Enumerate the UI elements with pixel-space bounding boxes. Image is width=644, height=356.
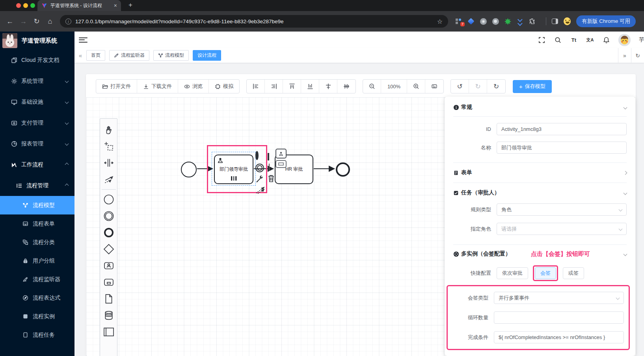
section-form-header[interactable]: 表单: [453, 168, 627, 177]
sidebar-item-process-expression[interactable]: 流程表达式: [0, 289, 74, 307]
section-task-header[interactable]: 任务（审批人）: [453, 188, 627, 197]
back-icon[interactable]: ←: [3, 17, 17, 26]
loop-count-input[interactable]: [494, 311, 624, 324]
sidebar-item-process-task[interactable]: 流程任务: [0, 326, 74, 344]
contextpad-append-end-event-icon[interactable]: [255, 153, 259, 158]
id-input[interactable]: [497, 123, 627, 135]
user-avatar[interactable]: [618, 34, 631, 46]
section-general-header[interactable]: 常规: [453, 103, 627, 112]
start-event-node[interactable]: [181, 162, 197, 177]
sidebar-item-payment[interactable]: 支付管理: [0, 112, 74, 133]
fit-viewport-button[interactable]: [425, 80, 443, 93]
restart-button[interactable]: ↻: [487, 80, 505, 93]
section-multi-instance-header[interactable]: 多实例（会签配置） 点击【会签】按钮即可: [453, 250, 627, 258]
save-model-button[interactable]: + 保存模型: [513, 80, 552, 93]
tag-process-listener[interactable]: 流程监听器: [109, 50, 149, 61]
zoom-out-button[interactable]: [363, 80, 381, 93]
contextpad-receive-task-chip[interactable]: [275, 160, 287, 168]
preview-button[interactable]: 浏览: [178, 80, 209, 93]
sidebar-item-infra[interactable]: 基础设施: [0, 91, 74, 112]
side-panel-icon[interactable]: [551, 18, 558, 25]
sidebar-item-process-manage[interactable]: 流程管理: [0, 175, 74, 196]
profile-avatar[interactable]: [564, 18, 571, 25]
window-zoom-button[interactable]: [30, 3, 35, 8]
sidebar-item-process-instance[interactable]: 流程实例: [0, 307, 74, 326]
sidebar-item-system[interactable]: 系统管理: [0, 71, 74, 91]
name-input[interactable]: [497, 142, 627, 154]
countersign-type-select[interactable]: 并行多重事件: [494, 292, 624, 304]
countersign-button[interactable]: 会签: [535, 267, 556, 279]
align-bottom-button[interactable]: [301, 80, 319, 93]
window-close-button[interactable]: [16, 3, 21, 8]
user-task-icon[interactable]: [101, 257, 116, 274]
bookmark-star-icon[interactable]: ☆: [437, 18, 443, 25]
address-bar[interactable]: i 127.0.0.1/bpm/manager/model/edit?model…: [60, 15, 448, 28]
align-center-horizontal-button[interactable]: [319, 80, 337, 93]
start-event-icon[interactable]: [101, 191, 116, 208]
contextpad-connect-icon[interactable]: [255, 185, 266, 194]
participant-pool-icon[interactable]: [101, 324, 116, 340]
reload-icon[interactable]: ↻: [30, 17, 43, 26]
contextpad-wrench-icon[interactable]: [255, 175, 264, 183]
menu-fold-icon[interactable]: [79, 37, 87, 43]
align-center-vertical-button[interactable]: [337, 80, 356, 93]
tag-design-process[interactable]: 设计流程: [193, 50, 221, 61]
global-connect-tool-icon[interactable]: [101, 171, 116, 188]
zoom-in-button[interactable]: [407, 80, 425, 93]
data-object-icon[interactable]: [101, 291, 116, 307]
search-icon[interactable]: [554, 36, 562, 44]
sidebar-item-workflow[interactable]: 工作流程: [0, 154, 74, 175]
sidebar-item-process-category[interactable]: 流程分类: [0, 233, 74, 252]
sidebar-item-process-form[interactable]: 流程表单: [0, 214, 74, 233]
hand-tool-icon[interactable]: [101, 121, 116, 138]
tags-collapse-icon[interactable]: «: [74, 52, 86, 59]
end-event-node[interactable]: [336, 162, 350, 177]
end-event-icon[interactable]: [101, 224, 116, 241]
sequential-approve-button[interactable]: 依次审批: [497, 267, 528, 279]
tab-close-icon[interactable]: ×: [114, 2, 117, 9]
sidebar-item-cloud-docs[interactable]: Cloud 开发文档: [0, 50, 74, 71]
download-file-button[interactable]: 下载文件: [137, 80, 178, 93]
browser-tab[interactable]: 芋道管理系统 - 设计流程 ×: [37, 0, 121, 11]
home-icon[interactable]: ⌂: [43, 17, 57, 26]
sidebar-item-process-model[interactable]: 流程模型: [0, 196, 74, 214]
bell-icon[interactable]: [602, 36, 610, 44]
align-right-button[interactable]: [265, 80, 283, 93]
url-text[interactable]: 127.0.0.1/bpm/manager/model/edit?modelId…: [75, 19, 433, 24]
contextpad-user-task-chip[interactable]: [275, 149, 287, 158]
forward-icon[interactable]: →: [17, 17, 30, 26]
extension-gem-icon[interactable]: [467, 18, 475, 25]
extension-chevrons-icon[interactable]: [516, 18, 523, 25]
font-size-icon[interactable]: Tt: [570, 36, 578, 44]
align-left-button[interactable]: [247, 80, 265, 93]
new-tab-button[interactable]: +: [126, 1, 135, 9]
tag-process-model[interactable]: 流程模型: [153, 50, 189, 61]
receive-task-icon[interactable]: [101, 274, 116, 291]
assign-role-select[interactable]: 请选择: [497, 223, 627, 235]
data-store-icon[interactable]: [101, 307, 116, 324]
extension-snowflake-icon[interactable]: [480, 18, 487, 25]
logo-row[interactable]: 芋道管理系统: [0, 32, 74, 50]
extensions-puzzle-icon[interactable]: [529, 18, 536, 25]
extension-badge-icon[interactable]: 7: [455, 18, 462, 25]
translate-icon[interactable]: 文A: [586, 36, 594, 44]
rule-type-select[interactable]: 角色: [497, 203, 627, 216]
space-tool-icon[interactable]: [101, 155, 116, 171]
contextpad-text-annotation-icon[interactable]: [269, 164, 270, 170]
open-file-button[interactable]: 打开文件: [96, 80, 137, 93]
chrome-update-chip[interactable]: 有新版 Chrome 可用: [576, 15, 636, 27]
contextpad-append-intermediate-event-icon[interactable]: [255, 164, 264, 172]
undo-button[interactable]: ↺: [451, 80, 469, 93]
contextpad-append-gateway-icon[interactable]: [268, 154, 269, 160]
intermediate-event-icon[interactable]: [101, 208, 116, 224]
redo-button[interactable]: ↻: [469, 80, 487, 93]
extension-circle-icon[interactable]: [492, 18, 499, 25]
simulate-button[interactable]: 模拟: [209, 80, 239, 93]
sidebar-item-user-group[interactable]: 用户分组: [0, 252, 74, 270]
window-minimize-button[interactable]: [23, 3, 28, 8]
tags-expand-icon[interactable]: »: [618, 48, 631, 63]
extension-star-icon[interactable]: [504, 18, 511, 25]
fullscreen-icon[interactable]: [538, 36, 545, 44]
sidebar-item-report[interactable]: 报表管理: [0, 133, 74, 154]
tag-home[interactable]: 首页: [86, 50, 105, 61]
